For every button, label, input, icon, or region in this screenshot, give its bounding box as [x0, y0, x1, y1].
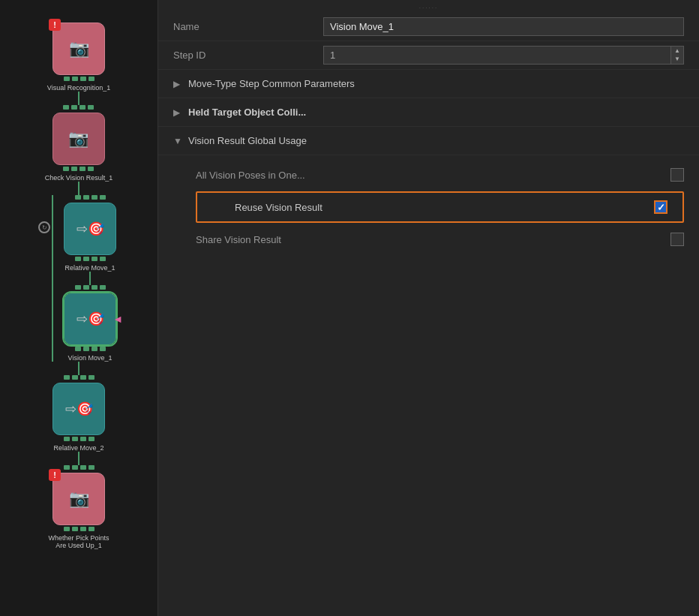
- all-vision-poses-checkbox[interactable]: [670, 168, 684, 182]
- node-list: ! 📷 Visual Recognition_1 📷: [41, 23, 116, 549]
- step-id-row: Step ID ▲ ▼: [158, 41, 699, 70]
- param-label: Reuse Vision Result: [235, 202, 654, 213]
- param-label: All Vision Poses in One...: [196, 170, 670, 181]
- reuse-vision-result-checkbox[interactable]: ✓: [654, 200, 668, 214]
- param-reuse-vision-result: Reuse Vision Result ✓: [196, 191, 684, 223]
- step-id-decrement[interactable]: ▼: [671, 56, 683, 65]
- name-row: Name: [158, 13, 699, 41]
- loop-indicator: ↻: [38, 221, 50, 233]
- node-check-vision-1[interactable]: 📷 Check Vision Result_1: [45, 105, 112, 182]
- param-label: Share Vision Result: [196, 234, 670, 245]
- properties-form: Name Step ID ▲ ▼ ▶ Move-Type Step Comm: [158, 13, 699, 616]
- node-relative-move-2[interactable]: ⇨🎯 Relative Move_2: [52, 375, 105, 452]
- node-label: Relative Move_1: [64, 264, 115, 272]
- chevron-down-icon: ▼: [173, 136, 182, 146]
- properties-panel: ...... Name Step ID ▲ ▼: [158, 0, 699, 616]
- node-pick-points-1[interactable]: ! 📷 Whether Pick Points Are Used Up_1: [45, 465, 112, 549]
- param-share-vision-result: Share Vision Result: [158, 226, 699, 253]
- node-label: Visual Recognition_1: [47, 84, 110, 92]
- share-vision-result-checkbox[interactable]: [670, 233, 684, 246]
- drag-handle[interactable]: ......: [158, 0, 699, 13]
- chevron-right-icon: ▶: [173, 107, 182, 118]
- workflow-panel: ! 📷 Visual Recognition_1 📷: [0, 0, 158, 616]
- name-input[interactable]: [323, 17, 684, 36]
- node-visual-recognition-1[interactable]: ! 📷 Visual Recognition_1: [47, 23, 110, 92]
- selected-arrow: ◄: [112, 313, 123, 325]
- step-id-label: Step ID: [173, 50, 323, 61]
- node-label: Check Vision Result_1: [45, 174, 112, 182]
- vision-result-params: All Vision Poses in One... Reuse Vision …: [158, 155, 699, 259]
- error-badge: !: [49, 19, 61, 31]
- step-id-input[interactable]: [323, 46, 671, 65]
- section-title: Move-Type Step Common Parameters: [188, 78, 355, 89]
- node-vision-move-1[interactable]: ⇨🎯 ◄ Vision Move_1: [64, 285, 116, 362]
- param-all-vision-poses: All Vision Poses in One...: [158, 161, 699, 188]
- step-id-increment[interactable]: ▲: [671, 47, 683, 56]
- section-vision-result[interactable]: ▼ Vision Result Global Usage: [158, 127, 699, 155]
- section-title: Vision Result Global Usage: [188, 135, 307, 146]
- node-label: Whether Pick Points Are Used Up_1: [45, 534, 112, 549]
- node-label: Relative Move_2: [53, 444, 104, 452]
- node-label: Vision Move_1: [68, 354, 112, 362]
- section-move-type[interactable]: ▶ Move-Type Step Common Parameters: [158, 70, 699, 98]
- name-label: Name: [173, 21, 323, 32]
- section-title: Held Target Object Colli...: [188, 107, 306, 118]
- chevron-right-icon: ▶: [173, 79, 182, 89]
- section-held-target[interactable]: ▶ Held Target Object Colli...: [158, 98, 699, 127]
- node-relative-move-1[interactable]: ⇨🎯 Relative Move_1: [64, 195, 116, 272]
- error-badge: !: [49, 469, 61, 481]
